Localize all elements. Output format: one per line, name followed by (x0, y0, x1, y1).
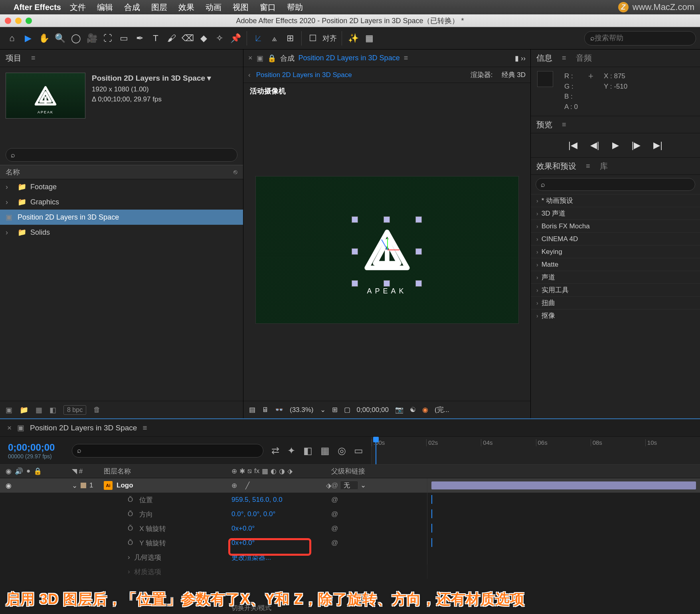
playhead[interactable] (376, 437, 376, 464)
snap-checkbox[interactable]: ☐ (305, 30, 321, 46)
stopwatch-icon[interactable]: Ŏ (128, 496, 133, 504)
show-snapshot-icon[interactable]: ☯ (410, 406, 416, 414)
grid-guides-icon[interactable]: ⊞ (332, 406, 338, 414)
prop-value[interactable]: 0.0°, 0.0°, 0.0° (231, 510, 331, 518)
menu-effect[interactable]: 效果 (178, 2, 194, 13)
trash-icon[interactable]: 🗑 (93, 406, 101, 414)
project-item-title[interactable]: Position 2D Layers in 3D Space ▾ (92, 73, 211, 84)
viewer[interactable]: APEAK (243, 99, 530, 401)
eye-toggle[interactable]: ◉ (6, 481, 12, 490)
label-color[interactable] (81, 483, 86, 488)
camera-tool[interactable]: 🎥 (84, 30, 100, 46)
effects-category[interactable]: ›CINEMA 4D (531, 232, 700, 245)
chevron-down-icon[interactable]: ⌄ (320, 406, 326, 414)
last-frame-button[interactable]: ▶| (653, 140, 662, 151)
comp-new-icon[interactable]: ▦ (36, 406, 42, 414)
prop-value[interactable]: 0x+0.0° (231, 539, 331, 547)
twirl-icon[interactable]: ⌄ (72, 481, 77, 490)
stopwatch-icon[interactable]: Ŏ (128, 525, 133, 533)
panel-menu-icon[interactable]: ≡ (31, 54, 36, 62)
pickwhip-icon[interactable]: @ (331, 481, 338, 489)
menu-view[interactable]: 视图 (233, 2, 249, 13)
effects-category[interactable]: ›声道 (531, 271, 700, 283)
solo-col-icon[interactable]: ● (26, 467, 30, 475)
graph-editor-icon[interactable]: ◎ (338, 445, 346, 456)
effects-category[interactable]: ›扭曲 (531, 296, 700, 309)
effects-category[interactable]: ›Matte (531, 258, 700, 271)
monitor-icon[interactable]: 🖥 (262, 406, 269, 414)
effects-category[interactable]: ›实用工具 (531, 283, 700, 296)
res-icon[interactable]: ▤ (249, 406, 255, 414)
library-tab[interactable]: 库 (600, 161, 608, 172)
switch-icon[interactable]: ✱ (239, 467, 245, 475)
property-row-yrot[interactable]: ŎY 轴旋转 0x+0.0° @ (0, 536, 700, 550)
menu-window[interactable]: 窗口 (260, 2, 276, 13)
switch-icon[interactable]: ⧅ (247, 467, 252, 475)
axis-view-icon[interactable]: ⊞ (282, 30, 298, 46)
puppet-tool[interactable]: 📌 (227, 30, 243, 46)
prop-value[interactable]: 0x+0.0° (231, 525, 331, 533)
panel-menu-icon[interactable]: ≡ (562, 54, 566, 62)
first-frame-button[interactable]: |◀ (568, 140, 577, 151)
project-tab[interactable]: 项目 (6, 53, 22, 63)
eye-col-icon[interactable]: ◉ (6, 467, 12, 475)
effects-category[interactable]: ›Keying (531, 245, 700, 258)
shape-tool[interactable]: ▭ (116, 30, 132, 46)
zoom-tool[interactable]: 🔍 (52, 30, 68, 46)
tree-item-footage[interactable]: ›📁Footage (0, 179, 243, 194)
label-col-icon[interactable]: ◥ (72, 467, 77, 475)
close-tab-icon[interactable]: × (7, 424, 12, 432)
stopwatch-icon[interactable]: Ŏ (128, 510, 133, 518)
tree-item-solids[interactable]: ›📁Solids (0, 225, 243, 240)
3d-switch-icon[interactable]: ⬗ (326, 481, 331, 490)
effects-category[interactable]: ›Boris FX Mocha (531, 220, 700, 232)
project-thumbnail[interactable]: APEAK (6, 73, 85, 119)
quality-icon[interactable]: ╱ (245, 481, 249, 490)
stopwatch-icon[interactable]: Ŏ (128, 539, 133, 547)
menu-edit[interactable]: 编辑 (97, 2, 113, 13)
axis-local-icon[interactable]: ⟀ (250, 30, 266, 46)
prev-frame-button[interactable]: ◀| (590, 140, 599, 151)
comp-mini-flow-icon[interactable]: ⇄ (271, 445, 279, 456)
switch-icon[interactable]: ⊕ (231, 467, 237, 475)
selection-handles[interactable] (256, 176, 518, 323)
parent-dropdown[interactable]: 无 (340, 481, 358, 490)
switch-icon[interactable]: ▦ (262, 467, 268, 475)
breadcrumb-back-icon[interactable]: ‹ (248, 71, 251, 79)
home-button[interactable]: ⌂ (4, 30, 20, 46)
menu-layer[interactable]: 图层 (151, 2, 167, 13)
menu-animation[interactable]: 动画 (206, 2, 221, 13)
col-parent[interactable]: 父级和链接 (331, 467, 427, 476)
timeline-tab[interactable]: Position 2D Layers in 3D Space (30, 424, 137, 432)
adjust-icon[interactable]: ◧ (49, 406, 56, 414)
collapse-icon[interactable]: ⊕ (231, 481, 237, 490)
property-group-geo[interactable]: › 几何选项 更改渲染器... (0, 550, 700, 564)
switch-icon[interactable]: fx (254, 467, 259, 475)
menu-composition[interactable]: 合成 (124, 2, 140, 13)
layer-bar[interactable] (431, 481, 696, 489)
current-time[interactable]: 0;00;00;00 00000 (29.97 fps) (0, 442, 72, 460)
col-layer-name[interactable]: 图层名称 (104, 467, 231, 476)
interpret-icon[interactable]: ▣ (6, 406, 12, 414)
renderer-value[interactable]: 经典 3D (502, 70, 526, 79)
next-panel-icon[interactable]: ▮ ›› (515, 54, 526, 63)
property-row-xrot[interactable]: ŎX 轴旋转 0x+0.0° @ (0, 521, 700, 536)
lock-col-icon[interactable]: 🔒 (34, 467, 42, 475)
type-tool[interactable]: T (148, 30, 164, 46)
timecode[interactable]: 0;00;00;00 (8, 442, 72, 453)
prop-value[interactable]: 959.5, 516.0, 0.0 (231, 496, 331, 504)
effects-category[interactable]: ›3D 声道 (531, 207, 700, 220)
audio-col-icon[interactable]: 🔊 (15, 467, 23, 475)
menu-help[interactable]: 帮助 (287, 2, 303, 13)
wand-icon[interactable]: ✨ (345, 30, 361, 46)
viewport[interactable]: APEAK (255, 176, 519, 324)
timecode[interactable]: 0;00;00;00 (357, 406, 389, 414)
comp-tab-name[interactable]: Position 2D Layers in 3D Space (299, 54, 400, 62)
panel-menu-icon[interactable]: ≡ (562, 121, 566, 129)
bpc-button[interactable]: 8 bpc (63, 405, 86, 415)
renderer-link[interactable]: 更改渲染器... (231, 553, 331, 562)
resolution-label[interactable]: (完... (435, 405, 449, 414)
eraser-tool[interactable]: ◆ (196, 30, 212, 46)
effects-search[interactable]: ⌕ (536, 178, 695, 191)
tree-tag-icon[interactable]: ⎋ (233, 168, 237, 176)
